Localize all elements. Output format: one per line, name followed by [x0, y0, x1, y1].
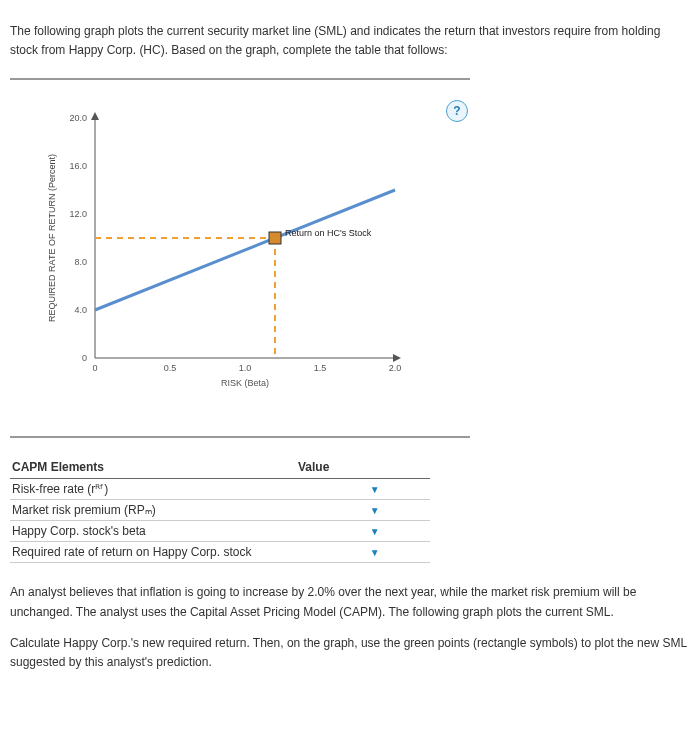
svg-text:0.5: 0.5	[164, 363, 177, 373]
help-icon[interactable]: ?	[446, 100, 468, 122]
col-elements-header: CAPM Elements	[10, 456, 296, 479]
sml-line	[95, 190, 395, 310]
chevron-down-icon: ▼	[370, 547, 380, 558]
svg-text:2.0: 2.0	[389, 363, 402, 373]
chevron-down-icon: ▼	[370, 484, 380, 495]
hc-point-marker[interactable]	[269, 232, 281, 244]
capm-element-label: Risk-free rate (rᴿᶠ)	[10, 479, 296, 500]
value-dropdown[interactable]: ▼	[340, 524, 385, 538]
hc-point-label: Return on HC's Stock	[285, 228, 372, 238]
table-row: Happy Corp. stock's beta ▼	[10, 521, 430, 542]
chart-panel: ? 0 4.0 8.0 12.0 16.0 20.0 0 0	[10, 98, 470, 418]
analyst-paragraph-2: Calculate Happy Corp.'s new required ret…	[10, 634, 689, 672]
intro-paragraph: The following graph plots the current se…	[10, 22, 689, 60]
table-row: Market risk premium (RPₘ) ▼	[10, 500, 430, 521]
capm-element-label: Market risk premium (RPₘ)	[10, 500, 296, 521]
svg-text:1.0: 1.0	[239, 363, 252, 373]
svg-marker-3	[393, 354, 401, 362]
svg-text:1.5: 1.5	[314, 363, 327, 373]
svg-text:8.0: 8.0	[74, 257, 87, 267]
table-row: Required rate of return on Happy Corp. s…	[10, 542, 430, 563]
value-dropdown[interactable]: ▼	[340, 482, 385, 496]
divider-top	[10, 78, 470, 80]
y-axis-label: REQUIRED RATE OF RETURN (Percent)	[47, 154, 57, 322]
dropdown-value	[346, 545, 359, 559]
svg-text:4.0: 4.0	[74, 305, 87, 315]
svg-text:16.0: 16.0	[69, 161, 87, 171]
chevron-down-icon: ▼	[370, 505, 380, 516]
x-axis-label: RISK (Beta)	[221, 378, 269, 388]
capm-table: CAPM Elements Value Risk-free rate (rᴿᶠ)…	[10, 456, 430, 563]
dropdown-value	[346, 524, 359, 538]
capm-element-label: Required rate of return on Happy Corp. s…	[10, 542, 296, 563]
svg-text:0: 0	[82, 353, 87, 363]
divider-bottom	[10, 436, 470, 438]
svg-text:12.0: 12.0	[69, 209, 87, 219]
svg-marker-1	[91, 112, 99, 120]
chevron-down-icon: ▼	[370, 526, 380, 537]
dropdown-value	[346, 482, 359, 496]
col-value-header: Value	[296, 456, 430, 479]
table-row: Risk-free rate (rᴿᶠ) ▼	[10, 479, 430, 500]
analyst-paragraph-1: An analyst believes that inflation is go…	[10, 583, 689, 621]
dropdown-value	[346, 503, 359, 517]
value-dropdown[interactable]: ▼	[340, 545, 385, 559]
svg-text:20.0: 20.0	[69, 113, 87, 123]
sml-chart: 0 4.0 8.0 12.0 16.0 20.0 0 0.5 1.0 1.5 2…	[35, 98, 415, 398]
svg-text:0: 0	[92, 363, 97, 373]
value-dropdown[interactable]: ▼	[340, 503, 385, 517]
capm-element-label: Happy Corp. stock's beta	[10, 521, 296, 542]
